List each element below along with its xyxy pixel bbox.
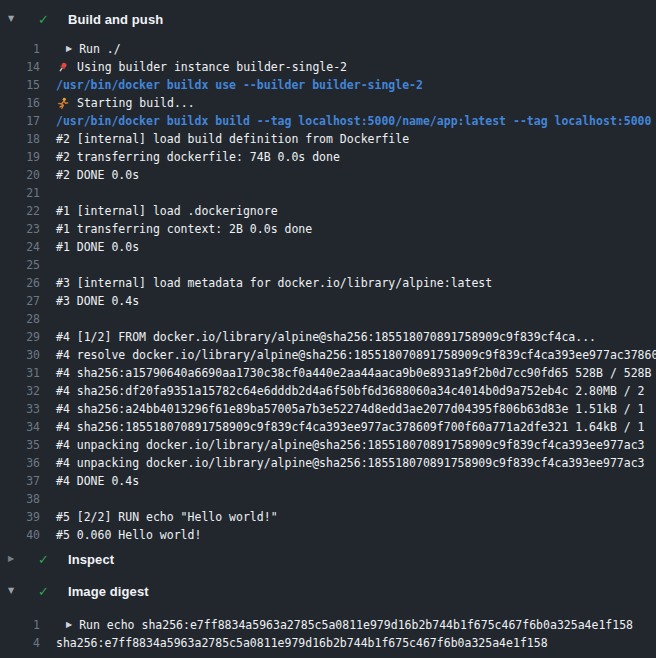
log-line: 1▶Run echo sha256:e7ff8834a5963a2785c5a0…: [0, 616, 656, 634]
chevron-right-icon[interactable]: ▶: [8, 548, 22, 570]
section-header-build-and-push[interactable]: ▼✓Build and push: [0, 8, 656, 30]
log-line-number[interactable]: 39: [0, 508, 40, 526]
log-line-number[interactable]: 15: [0, 76, 40, 94]
log-line-number[interactable]: 36: [0, 454, 40, 472]
log-line-number[interactable]: 30: [0, 346, 40, 364]
log-line: 39#5 [2/2] RUN echo "Hello world!": [0, 508, 656, 526]
log-line-content: #4 sha256:a24bb4013296f61e89ba57005a7b3e…: [56, 400, 645, 418]
success-check-icon: ✓: [38, 12, 56, 27]
log-line-content: #4 sha256:185518070891758909c9f839cf4ca3…: [56, 418, 645, 436]
log-line: 23#1 transferring context: 2B 0.0s done: [0, 220, 656, 238]
log-line: 22#1 [internal] load .dockerignore: [0, 202, 656, 220]
log-text: Using builder instance builder-single-2: [77, 58, 347, 76]
log-line-content: #1 transferring context: 2B 0.0s done: [56, 220, 312, 238]
log-line: 31#4 sha256:a15790640a6690aa1730c38cf0a4…: [0, 364, 656, 382]
log-line: 14Using builder instance builder-single-…: [0, 58, 656, 76]
log-line-content: #4 unpacking docker.io/library/alpine@sh…: [56, 436, 645, 454]
log-text: #4 unpacking docker.io/library/alpine@sh…: [56, 436, 645, 454]
log-line: 37#4 DONE 0.4s: [0, 472, 656, 490]
log-line-content: #1 [internal] load .dockerignore: [56, 202, 278, 220]
log-line-content: #2 [internal] load build definition from…: [56, 130, 409, 148]
expand-group-icon[interactable]: ▶: [66, 40, 72, 58]
log-text: #1 transferring context: 2B 0.0s done: [56, 220, 312, 238]
log-line-number[interactable]: 31: [0, 364, 40, 382]
log-line-number[interactable]: 16: [0, 94, 40, 112]
log-text: #3 [internal] load metadata for docker.i…: [56, 274, 492, 292]
log-line-content: #3 DONE 0.4s: [56, 292, 139, 310]
log-line: 24#1 DONE 0.0s: [0, 238, 656, 256]
log-line-content: ▶Run echo sha256:e7ff8834a5963a2785c5a08…: [56, 616, 633, 634]
log-line: 18#2 [internal] load build definition fr…: [0, 130, 656, 148]
log-line-number[interactable]: 40: [0, 526, 40, 544]
section-title[interactable]: Image digest: [68, 584, 149, 599]
log-line-content: #1 DONE 0.0s: [56, 238, 139, 256]
section-title[interactable]: Inspect: [68, 552, 114, 567]
chevron-down-icon[interactable]: ▼: [8, 580, 22, 602]
log-line-number[interactable]: 23: [0, 220, 40, 238]
log-line-number[interactable]: 1: [0, 40, 40, 58]
log-line: 34#4 sha256:185518070891758909c9f839cf4c…: [0, 418, 656, 436]
log-line: 19#2 transferring dockerfile: 74B 0.0s d…: [0, 148, 656, 166]
log-text: #5 [2/2] RUN echo "Hello world!": [56, 508, 278, 526]
log-line: 4sha256:e7ff8834a5963a2785c5a0811e979d16…: [0, 634, 656, 652]
log-line: 27#3 DONE 0.4s: [0, 292, 656, 310]
log-line-number[interactable]: 21: [0, 184, 40, 202]
log-line-number[interactable]: 38: [0, 490, 40, 508]
section-title[interactable]: Build and push: [68, 12, 163, 27]
log-line-number[interactable]: 4: [0, 634, 40, 652]
log-text: #2 [internal] load build definition from…: [56, 130, 409, 148]
log-line-number[interactable]: 20: [0, 166, 40, 184]
success-check-icon: ✓: [38, 552, 56, 567]
log-text: #4 unpacking docker.io/library/alpine@sh…: [56, 454, 645, 472]
log-line-content: #4 unpacking docker.io/library/alpine@sh…: [56, 454, 645, 472]
log-line-number[interactable]: 14: [0, 58, 40, 76]
log-text: #3 DONE 0.4s: [56, 292, 139, 310]
log-line-number[interactable]: 18: [0, 130, 40, 148]
log-line: 26#3 [internal] load metadata for docker…: [0, 274, 656, 292]
log-line: 28: [0, 310, 656, 328]
log-line-number[interactable]: 24: [0, 238, 40, 256]
log-lines-image-digest: 1▶Run echo sha256:e7ff8834a5963a2785c5a0…: [0, 616, 656, 652]
log-lines-build-and-push: 1▶Run ./14Using builder instance builder…: [0, 40, 656, 544]
log-line-content: #3 [internal] load metadata for docker.i…: [56, 274, 492, 292]
log-text: Starting build...: [77, 94, 195, 112]
log-line: 15/usr/bin/docker buildx use --builder b…: [0, 76, 656, 94]
log-text: sha256:e7ff8834a5963a2785c5a0811e979d16b…: [56, 634, 548, 652]
log-line-number[interactable]: 19: [0, 148, 40, 166]
log-line-number[interactable]: 26: [0, 274, 40, 292]
log-line-number[interactable]: 35: [0, 436, 40, 454]
log-line-number[interactable]: 25: [0, 256, 40, 274]
log-text: Run ./: [79, 40, 121, 58]
success-check-icon: ✓: [38, 584, 56, 599]
log-text: #1 DONE 0.0s: [56, 238, 139, 256]
log-line-content: #2 transferring dockerfile: 74B 0.0s don…: [56, 148, 340, 166]
log-text: #4 sha256:a24bb4013296f61e89ba57005a7b3e…: [56, 400, 645, 418]
log-line-content: /usr/bin/docker buildx use --builder bui…: [56, 76, 423, 94]
log-text: #4 [1/2] FROM docker.io/library/alpine@s…: [56, 328, 596, 346]
log-line-number[interactable]: 37: [0, 472, 40, 490]
log-text: #4 sha256:a15790640a6690aa1730c38cf0a440…: [56, 364, 651, 382]
log-line-number[interactable]: 27: [0, 292, 40, 310]
chevron-down-icon[interactable]: ▼: [8, 8, 22, 30]
log-line: 29#4 [1/2] FROM docker.io/library/alpine…: [0, 328, 656, 346]
log-line-content: sha256:e7ff8834a5963a2785c5a0811e979d16b…: [56, 634, 548, 652]
log-line: 30#4 resolve docker.io/library/alpine@sh…: [0, 346, 656, 364]
log-line-number[interactable]: 28: [0, 310, 40, 328]
log-text: #2 transferring dockerfile: 74B 0.0s don…: [56, 148, 340, 166]
log-line-content: #4 resolve docker.io/library/alpine@sha2…: [56, 346, 656, 364]
log-line-number[interactable]: 34: [0, 418, 40, 436]
log-line-content: #4 DONE 0.4s: [56, 472, 139, 490]
log-line-number[interactable]: 17: [0, 112, 40, 130]
log-line-number[interactable]: 32: [0, 382, 40, 400]
log-line-number[interactable]: 22: [0, 202, 40, 220]
section-header-inspect[interactable]: ▶✓Inspect: [0, 548, 656, 570]
workflow-log-view: ▼✓Build and push1▶Run ./14Using builder …: [0, 0, 656, 658]
log-line-content: Starting build...: [56, 94, 195, 112]
log-line-number[interactable]: 33: [0, 400, 40, 418]
log-line: 33#4 sha256:a24bb4013296f61e89ba57005a7b…: [0, 400, 656, 418]
log-line-number[interactable]: 1: [0, 616, 40, 634]
log-text: #1 [internal] load .dockerignore: [56, 202, 278, 220]
expand-group-icon[interactable]: ▶: [66, 616, 72, 634]
section-header-image-digest[interactable]: ▼✓Image digest: [0, 580, 656, 602]
log-line-number[interactable]: 29: [0, 328, 40, 346]
